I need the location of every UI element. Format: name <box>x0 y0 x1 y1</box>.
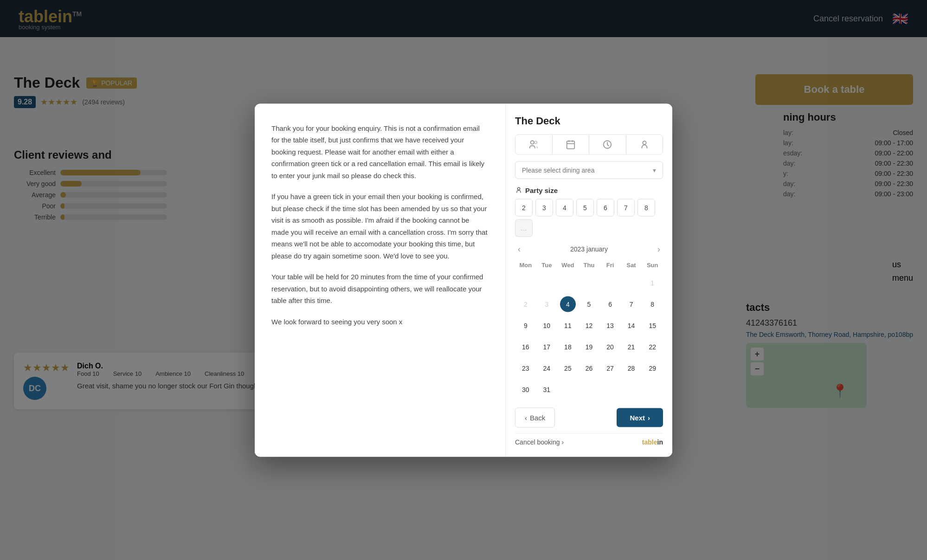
cal-day[interactable]: 12 <box>579 315 600 336</box>
party-size-grid: 2 3 4 5 6 7 8 … <box>515 199 663 237</box>
next-button[interactable]: Next › <box>617 408 663 427</box>
party-size-8[interactable]: 8 <box>637 199 655 216</box>
calendar-grid: Mon Tue Wed Thu Fri Sat Sun 123456789101… <box>515 259 663 400</box>
person-small-icon <box>515 187 522 194</box>
next-arrow-icon: › <box>648 413 650 421</box>
cancel-booking-row: Cancel booking › tablein <box>515 433 663 445</box>
cal-day[interactable]: 6 <box>599 293 621 315</box>
info-paragraph-3: Your table will be held for 20 minutes f… <box>271 271 489 307</box>
party-size-4[interactable]: 4 <box>556 199 573 216</box>
cal-next-btn[interactable]: › <box>655 244 663 254</box>
cal-day[interactable]: 23 <box>515 357 536 379</box>
cal-header-fri: Fri <box>599 259 621 272</box>
cal-prev-btn[interactable]: ‹ <box>515 244 523 254</box>
svg-point-8 <box>517 187 520 190</box>
cal-day[interactable]: 5 <box>579 293 600 315</box>
cal-day <box>599 379 621 400</box>
cal-day[interactable]: 30 <box>515 379 536 400</box>
cal-day[interactable]: 7 <box>621 293 642 315</box>
cal-day <box>621 272 642 293</box>
calendar-nav: ‹ 2023 january › <box>515 244 663 254</box>
cal-day <box>621 379 642 400</box>
cal-day <box>515 272 536 293</box>
party-size-6[interactable]: 6 <box>597 199 614 216</box>
cal-day[interactable]: 13 <box>599 315 621 336</box>
cal-day[interactable]: 14 <box>621 315 642 336</box>
cal-day[interactable]: 29 <box>642 357 663 379</box>
cal-day[interactable]: 20 <box>599 336 621 357</box>
info-paragraph-1: Thank you for your booking enquiry. This… <box>271 122 489 181</box>
cal-day[interactable]: 27 <box>599 357 621 379</box>
party-size-7[interactable]: 7 <box>617 199 635 216</box>
cal-day: 2 <box>515 293 536 315</box>
cal-day <box>536 272 558 293</box>
svg-rect-2 <box>567 141 575 149</box>
party-size-3[interactable]: 3 <box>535 199 553 216</box>
cal-header-wed: Wed <box>557 259 579 272</box>
cal-day[interactable]: 25 <box>557 357 579 379</box>
widget-title: The Deck <box>515 115 663 127</box>
cal-day <box>642 379 663 400</box>
clock-icon <box>602 139 612 149</box>
person-icon <box>639 139 650 149</box>
cal-day[interactable]: 26 <box>579 357 600 379</box>
back-button[interactable]: ‹ Back <box>515 407 555 427</box>
cal-day[interactable]: 28 <box>621 357 642 379</box>
cal-day[interactable]: 16 <box>515 336 536 357</box>
cal-day: 1 <box>642 272 663 293</box>
svg-point-0 <box>531 141 534 144</box>
cal-day[interactable]: 10 <box>536 315 558 336</box>
tablein-brand-small: tablein <box>642 438 663 445</box>
calendar-icon <box>566 139 576 149</box>
modal-footer: ‹ Back Next › <box>515 407 663 427</box>
cal-day: 3 <box>536 293 558 315</box>
dining-area-dropdown[interactable]: Please select dining area ▾ <box>515 161 663 179</box>
person-tab[interactable] <box>626 135 663 154</box>
cancel-chevron-icon: › <box>562 438 564 445</box>
cal-day[interactable]: 9 <box>515 315 536 336</box>
svg-point-7 <box>643 141 646 144</box>
cal-header-sat: Sat <box>621 259 642 272</box>
cal-day <box>557 379 579 400</box>
cal-day <box>579 379 600 400</box>
cal-header-thu: Thu <box>579 259 600 272</box>
party-size-2[interactable]: 2 <box>515 199 533 216</box>
cal-day[interactable]: 11 <box>557 315 579 336</box>
party-size-more[interactable]: … <box>515 219 533 237</box>
guests-tab[interactable] <box>515 135 553 154</box>
modal-booking-panel: The Deck <box>505 103 672 457</box>
cal-day[interactable]: 19 <box>579 336 600 357</box>
cal-month-label: 2023 january <box>570 245 608 253</box>
icon-tabs <box>515 134 663 154</box>
cal-day[interactable]: 15 <box>642 315 663 336</box>
cal-day <box>557 272 579 293</box>
info-paragraph-4: We look forward to seeing you very soon … <box>271 315 489 328</box>
cal-day <box>599 272 621 293</box>
cal-header-mon: Mon <box>515 259 536 272</box>
cal-day[interactable]: 21 <box>621 336 642 357</box>
dining-area-label: Please select dining area <box>522 166 594 174</box>
cal-day[interactable]: 4 <box>557 293 579 315</box>
guests-icon <box>528 139 539 149</box>
cal-day[interactable]: 17 <box>536 336 558 357</box>
cal-day[interactable]: 8 <box>642 293 663 315</box>
cal-day <box>579 272 600 293</box>
calendar-tab[interactable] <box>553 135 590 154</box>
cal-day[interactable]: 24 <box>536 357 558 379</box>
cal-day[interactable]: 22 <box>642 336 663 357</box>
clock-tab[interactable] <box>589 135 626 154</box>
chevron-down-icon: ▾ <box>653 166 656 174</box>
back-arrow-icon: ‹ <box>525 413 527 421</box>
cal-day[interactable]: 31 <box>536 379 558 400</box>
info-paragraph-2: If you have a green tick in your email t… <box>271 191 489 262</box>
booking-modal: Thank you for your booking enquiry. This… <box>255 103 672 457</box>
cal-header-tue: Tue <box>536 259 558 272</box>
party-size-label: Party size <box>515 186 663 194</box>
party-size-5[interactable]: 5 <box>576 199 594 216</box>
cal-header-sun: Sun <box>642 259 663 272</box>
svg-point-1 <box>534 141 537 144</box>
modal-info-panel: Thank you for your booking enquiry. This… <box>255 103 505 457</box>
cal-day[interactable]: 18 <box>557 336 579 357</box>
cancel-booking-link[interactable]: Cancel booking › <box>515 438 564 445</box>
